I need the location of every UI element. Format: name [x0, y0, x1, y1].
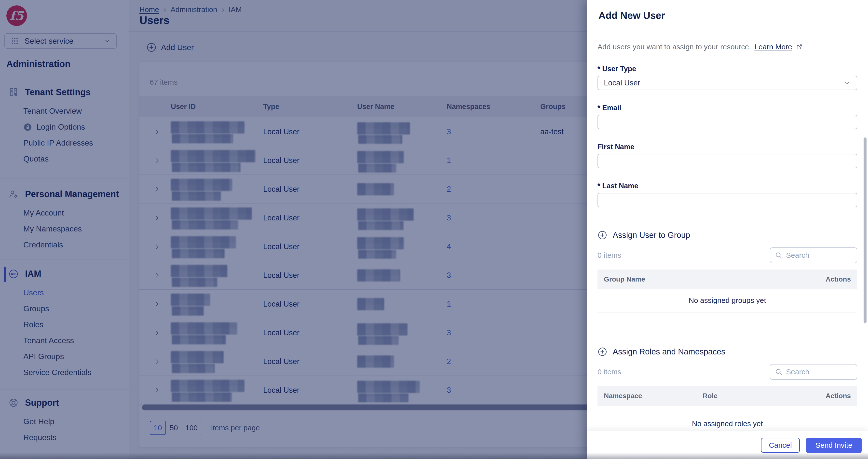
- learn-more-link[interactable]: Learn More: [754, 43, 792, 51]
- panel-body: Add users you want to assign to your res…: [587, 31, 868, 459]
- roles-search-input[interactable]: [786, 368, 847, 376]
- cancel-button[interactable]: Cancel: [761, 438, 800, 453]
- external-link-icon: [796, 43, 803, 51]
- panel-header: Add New User: [587, 0, 868, 31]
- roles-search[interactable]: [770, 364, 857, 380]
- first-name-field[interactable]: [597, 154, 857, 168]
- assign-roles-namespaces-button[interactable]: Assign Roles and Namespaces: [597, 347, 857, 357]
- assign-group-title: Assign User to Group: [613, 231, 690, 240]
- roles-toolbar: 0 items: [597, 364, 857, 380]
- panel-footer: Cancel Send Invite: [587, 431, 868, 459]
- groups-table-header: Group Name Actions: [597, 270, 857, 289]
- panel-title: Add New User: [598, 10, 665, 21]
- groups-search-input[interactable]: [786, 251, 847, 259]
- assign-roles-title: Assign Roles and Namespaces: [613, 347, 725, 357]
- groups-empty-state: No assigned groups yet: [597, 289, 857, 312]
- roles-table-header: Namespace Role Actions: [597, 386, 857, 406]
- first-name-label: First Name: [597, 143, 857, 151]
- roles-items-count: 0 items: [597, 368, 621, 376]
- assign-user-to-group-button[interactable]: Assign User to Group: [597, 230, 857, 240]
- panel-description-text: Add users you want to assign to your res…: [597, 43, 751, 51]
- panel-description: Add users you want to assign to your res…: [597, 43, 857, 51]
- search-icon: [775, 368, 782, 376]
- column-header-group-name: Group Name: [604, 275, 826, 283]
- section-divider: [597, 312, 857, 312]
- groups-items-count: 0 items: [597, 251, 621, 259]
- search-icon: [775, 251, 782, 259]
- user-type-select[interactable]: Local User: [597, 76, 857, 90]
- groups-search[interactable]: [770, 247, 857, 263]
- column-header-namespace: Namespace: [604, 392, 703, 400]
- groups-toolbar: 0 items: [597, 247, 857, 263]
- column-header-role: Role: [703, 392, 826, 400]
- column-header-actions: Actions: [826, 392, 851, 400]
- roles-empty-state: No assigned roles yet: [597, 420, 857, 428]
- chevron-down-icon: [843, 79, 851, 87]
- plus-circle-icon: [597, 347, 607, 357]
- user-type-value: Local User: [604, 79, 640, 87]
- last-name-label: * Last Name: [597, 182, 857, 190]
- column-header-actions: Actions: [826, 275, 851, 283]
- plus-circle-icon: [597, 230, 607, 240]
- send-invite-button[interactable]: Send Invite: [806, 438, 862, 453]
- last-name-field[interactable]: [597, 193, 857, 207]
- panel-vertical-scrollbar[interactable]: [864, 137, 867, 323]
- add-user-panel: Add New User Add users you want to assig…: [587, 0, 868, 459]
- email-label: * Email: [597, 104, 857, 112]
- email-field[interactable]: [597, 115, 857, 129]
- user-type-label: * User Type: [597, 65, 857, 73]
